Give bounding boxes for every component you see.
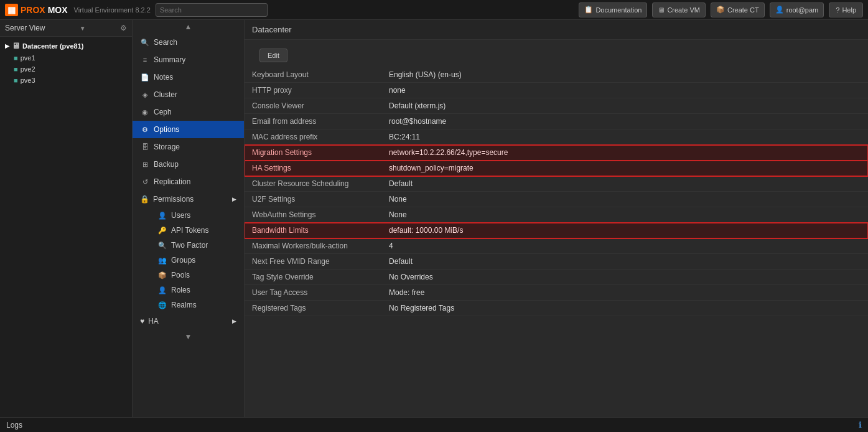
- search-icon: 🔍: [140, 39, 150, 47]
- server-view-arrow[interactable]: ▼: [80, 25, 86, 32]
- nav-item-search[interactable]: 🔍 Search: [133, 34, 244, 51]
- api-tokens-icon: 🔑: [157, 227, 167, 235]
- nav-item-permissions[interactable]: 🔒 Permissions ▶: [133, 190, 244, 208]
- logo-icon: ▦: [5, 4, 18, 16]
- setting-value: none: [381, 83, 868, 98]
- content-area: Datacenter Edit Keyboard LayoutEnglish (…: [245, 20, 868, 417]
- storage-icon: 🗄: [140, 143, 150, 151]
- node-label: pve1: [21, 54, 35, 62]
- nav-scroll-down[interactable]: ▼: [133, 330, 244, 344]
- setting-value: root@$hostname: [381, 114, 868, 129]
- nav-item-cluster[interactable]: ◈ Cluster: [133, 86, 244, 103]
- chevron-down-icon: ▶: [5, 43, 9, 49]
- nav-item-options[interactable]: ⚙ Options: [133, 121, 244, 138]
- setting-value: Default: [381, 254, 868, 270]
- setting-value: Default: [381, 176, 868, 192]
- create-ct-button[interactable]: 📦 Create CT: [711, 2, 765, 17]
- nav-label-permissions: Permissions: [153, 195, 194, 204]
- table-row: Cluster Resource SchedulingDefault: [245, 176, 868, 192]
- tree-datacenter[interactable]: ▶ 🖥 Datacenter (pve81): [0, 39, 132, 52]
- datacenter-label: Datacenter (pve81): [22, 42, 83, 50]
- nav-item-two-factor[interactable]: 🔍 Two Factor: [150, 238, 244, 253]
- nav-item-pools[interactable]: 📦 Pools: [150, 268, 244, 283]
- nav-item-ceph[interactable]: ◉ Ceph: [133, 103, 244, 121]
- setting-label: Migration Settings: [245, 145, 381, 161]
- create-vm-button[interactable]: 🖥 Create VM: [652, 2, 706, 17]
- ct-icon: 📦: [716, 6, 725, 14]
- nav-label-two-factor: Two Factor: [171, 241, 208, 250]
- setting-value: No Overrides: [381, 270, 868, 285]
- nav-label-options: Options: [154, 125, 179, 134]
- groups-icon: 👥: [157, 256, 167, 265]
- nav-item-replication[interactable]: ↺ Replication: [133, 173, 244, 190]
- help-icon: ?: [836, 6, 839, 14]
- ceph-icon: ◉: [140, 108, 150, 116]
- table-row: U2F SettingsNone: [245, 192, 868, 207]
- logs-label: Logs: [6, 421, 22, 430]
- nav-scroll-up[interactable]: ▲: [133, 20, 244, 34]
- options-icon: ⚙: [140, 126, 150, 134]
- setting-label: Maximal Workers/bulk-action: [245, 238, 381, 254]
- table-row: WebAuthn SettingsNone: [245, 207, 868, 223]
- nav-item-api-tokens[interactable]: 🔑 API Tokens: [150, 223, 244, 238]
- nav-label-ceph: Ceph: [154, 108, 172, 116]
- ha-expand-icon: ▶: [232, 318, 236, 324]
- nav-label-pools: Pools: [171, 271, 190, 279]
- nav-label-search: Search: [154, 38, 177, 47]
- table-row: Tag Style OverrideNo Overrides: [245, 270, 868, 285]
- nav-item-storage[interactable]: 🗄 Storage: [133, 138, 244, 156]
- documentation-button[interactable]: 📋 Documentation: [579, 2, 647, 17]
- tree: ▶ 🖥 Datacenter (pve81) ■ pve1 ■ pve2 ■ p…: [0, 37, 132, 417]
- node-icon: ■: [14, 54, 18, 62]
- user-icon: 👤: [775, 6, 784, 14]
- root-user-button[interactable]: 👤 root@pam: [770, 2, 824, 17]
- nav-label-backup: Backup: [154, 160, 179, 169]
- table-row: Migration Settingsnetwork=10.2.22.66/24,…: [245, 145, 868, 161]
- nav-item-summary[interactable]: ≡ Summary: [133, 51, 244, 68]
- roles-icon: 👤: [157, 286, 167, 294]
- setting-value: 4: [381, 238, 868, 254]
- nav-label-cluster: Cluster: [154, 90, 177, 99]
- help-button[interactable]: ? Help: [829, 2, 863, 17]
- nav-label-roles: Roles: [171, 286, 190, 294]
- users-icon: 👤: [157, 212, 167, 220]
- node-label: pve3: [21, 77, 35, 84]
- nav-item-backup[interactable]: ⊞ Backup: [133, 156, 244, 173]
- table-row: Maximal Workers/bulk-action4: [245, 238, 868, 254]
- setting-label: Bandwidth Limits: [245, 223, 381, 238]
- setting-value: No Registered Tags: [381, 301, 868, 316]
- statusbar: Logs ℹ: [0, 417, 868, 432]
- nav-item-groups[interactable]: 👥 Groups: [150, 253, 244, 268]
- nav-item-notes[interactable]: 📄 Notes: [133, 68, 244, 86]
- summary-icon: ≡: [140, 56, 150, 63]
- setting-value: Default (xterm.js): [381, 98, 868, 114]
- setting-value: BC:24:11: [381, 129, 868, 145]
- nav-label-ha: HA: [148, 317, 159, 326]
- top-search-input[interactable]: [156, 3, 268, 17]
- gear-icon[interactable]: ⚙: [120, 24, 127, 32]
- tree-node-pve2[interactable]: ■ pve2: [0, 63, 132, 75]
- nav-item-roles[interactable]: 👤 Roles: [150, 283, 244, 298]
- replication-icon: ↺: [140, 178, 150, 186]
- edit-button[interactable]: Edit: [259, 49, 287, 62]
- nav-item-realms[interactable]: 🌐 Realms: [150, 298, 244, 312]
- setting-label: HA Settings: [245, 161, 381, 176]
- nav-item-ha[interactable]: ♥ HA ▶: [133, 312, 244, 330]
- notes-icon: 📄: [140, 73, 150, 82]
- tree-node-pve3[interactable]: ■ pve3: [0, 75, 132, 86]
- nav-label-notes: Notes: [154, 73, 173, 82]
- backup-icon: ⊞: [140, 161, 150, 169]
- setting-label: Cluster Resource Scheduling: [245, 176, 381, 192]
- nav-label-api-tokens: API Tokens: [171, 226, 208, 235]
- setting-label: Next Free VMID Range: [245, 254, 381, 270]
- tree-node-pve1[interactable]: ■ pve1: [0, 52, 132, 63]
- setting-label: MAC address prefix: [245, 129, 381, 145]
- setting-label: Registered Tags: [245, 301, 381, 316]
- permissions-expand-icon: ▶: [232, 196, 236, 202]
- ha-icon: ♥: [140, 317, 144, 326]
- setting-value: English (USA) (en-us): [381, 67, 868, 83]
- node-icon: ■: [14, 65, 18, 73]
- table-row: Registered TagsNo Registered Tags: [245, 301, 868, 316]
- setting-label: WebAuthn Settings: [245, 207, 381, 223]
- nav-item-users[interactable]: 👤 Users: [150, 208, 244, 223]
